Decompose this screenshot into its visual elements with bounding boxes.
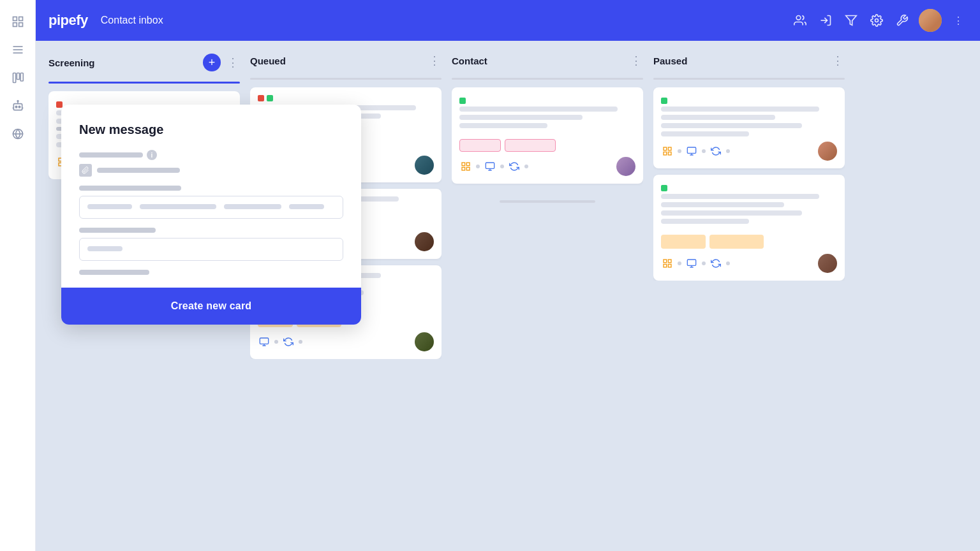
spacer <box>661 227 837 231</box>
card-icon[interactable] <box>459 160 472 173</box>
create-new-card-button[interactable]: Create new card <box>171 300 252 312</box>
svg-rect-30 <box>466 167 470 170</box>
column-dots-paused[interactable]: ⋮ <box>831 54 845 68</box>
card-tag <box>661 235 706 249</box>
form-row-3 <box>79 228 343 261</box>
sidebar-item-list[interactable] <box>6 38 29 61</box>
cards-list-contact <box>452 87 643 216</box>
column-underline-queued <box>250 78 442 80</box>
column-header-paused: Paused ⋮ <box>653 51 845 73</box>
svg-rect-40 <box>668 264 671 267</box>
svg-rect-7 <box>13 73 15 83</box>
board-area: Screening + ⋮ <box>36 41 980 551</box>
input-placeholder <box>289 204 324 209</box>
sidebar-item-globe[interactable] <box>6 122 29 145</box>
card-dot <box>678 149 681 153</box>
input-placeholder <box>224 204 281 209</box>
card-icon[interactable] <box>685 145 698 158</box>
card-label-dot <box>661 98 667 104</box>
card-dot <box>678 261 681 265</box>
card-line <box>459 107 618 112</box>
empty-card <box>452 190 643 216</box>
logo-text: pipefy <box>48 12 88 29</box>
info-icon[interactable]: i <box>147 150 157 160</box>
card-icon[interactable] <box>709 257 722 270</box>
card-actions <box>661 145 730 158</box>
gear-icon[interactable] <box>868 11 886 29</box>
card-label-dot <box>267 95 273 101</box>
card-avatar <box>415 156 434 175</box>
form-label-row-1: i <box>79 150 343 160</box>
sidebar-item-board[interactable] <box>6 66 29 89</box>
card-dot <box>726 149 730 153</box>
svg-point-12 <box>19 106 20 108</box>
svg-rect-32 <box>664 147 667 151</box>
svg-point-18 <box>875 19 879 22</box>
card-line <box>661 131 749 136</box>
form-input-2[interactable] <box>79 238 343 261</box>
attach-icon[interactable] <box>79 164 92 177</box>
card-dot <box>476 165 480 168</box>
user-avatar[interactable] <box>919 9 942 32</box>
column-contact: Contact ⋮ <box>452 51 643 541</box>
card-icon[interactable] <box>484 160 496 173</box>
modal-body: New message i <box>61 105 361 288</box>
svg-rect-31 <box>486 163 494 168</box>
card-dot <box>524 165 528 168</box>
svg-rect-34 <box>664 152 667 155</box>
main-content: pipefy Contact inbox <box>36 0 980 551</box>
filter-icon[interactable] <box>842 11 860 29</box>
svg-rect-3 <box>19 23 22 27</box>
card-dot <box>274 340 278 344</box>
more-options-icon[interactable]: ⋮ <box>949 11 967 29</box>
column-title-paused: Paused <box>653 55 826 66</box>
form-input-1[interactable] <box>79 196 343 219</box>
card-icon[interactable] <box>661 145 674 158</box>
card-icon[interactable] <box>709 145 722 158</box>
svg-rect-27 <box>462 163 465 166</box>
card-label-dot <box>459 98 466 104</box>
card-dot <box>500 165 504 168</box>
card-label-dot <box>661 185 667 191</box>
column-dots-contact[interactable]: ⋮ <box>629 54 643 68</box>
header-left: pipefy Contact inbox <box>48 12 163 29</box>
logo: pipefy <box>48 12 88 29</box>
card-footer <box>258 332 434 351</box>
card-actions <box>459 160 528 173</box>
card-icon[interactable] <box>258 335 271 348</box>
signin-icon[interactable] <box>817 11 835 29</box>
add-card-screening-button[interactable]: + <box>203 54 221 71</box>
card-actions <box>661 257 730 270</box>
column-title-queued: Queued <box>250 55 422 66</box>
modal-title: New message <box>79 122 343 137</box>
svg-rect-33 <box>668 147 671 151</box>
card-avatar <box>415 232 434 251</box>
column-dots-queued[interactable]: ⋮ <box>427 54 442 68</box>
column-underline-contact <box>452 78 643 80</box>
sidebar-item-robot[interactable] <box>6 94 29 117</box>
card-dot <box>702 261 706 265</box>
sidebar-item-grid[interactable] <box>6 10 29 33</box>
column-header-contact: Contact ⋮ <box>452 51 643 73</box>
column-dots-screening[interactable]: ⋮ <box>226 55 240 70</box>
wrench-icon[interactable] <box>893 11 911 29</box>
card-icon[interactable] <box>661 257 674 270</box>
card-line <box>661 219 749 224</box>
card-icon[interactable] <box>508 160 521 173</box>
header: pipefy Contact inbox <box>36 0 980 41</box>
svg-marker-17 <box>846 16 857 26</box>
modal-footer: Create new card <box>61 288 361 325</box>
column-header-queued: Queued ⋮ <box>250 51 442 73</box>
card-tag <box>709 235 764 249</box>
card-footer <box>459 157 635 176</box>
card-icon[interactable] <box>685 257 698 270</box>
people-icon[interactable] <box>791 11 809 29</box>
card-line <box>459 115 583 120</box>
svg-rect-10 <box>13 104 22 110</box>
card-actions <box>258 335 302 348</box>
svg-rect-1 <box>19 17 22 21</box>
card-line <box>661 210 802 216</box>
card-icon[interactable] <box>282 335 295 348</box>
card <box>452 87 643 184</box>
card-footer <box>661 142 837 161</box>
